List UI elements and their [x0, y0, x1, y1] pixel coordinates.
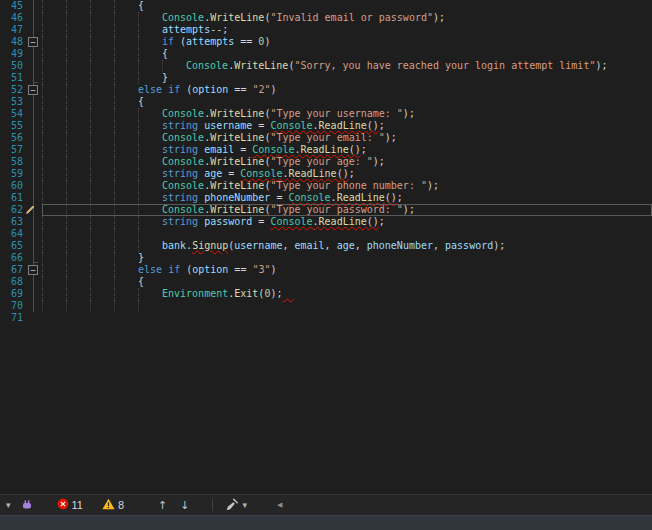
- code-line[interactable]: 61string phoneNumber = Console.ReadLine(…: [0, 192, 652, 204]
- code-line-content[interactable]: string age = Console.ReadLine();: [42, 168, 652, 180]
- code-line-content[interactable]: Console.WriteLine("Type your username: "…: [42, 108, 652, 120]
- line-number[interactable]: 70: [0, 300, 26, 312]
- line-number[interactable]: 59: [0, 168, 26, 180]
- line-number[interactable]: 57: [0, 144, 26, 156]
- line-number[interactable]: 61: [0, 192, 26, 204]
- code-line-content[interactable]: string username = Console.ReadLine();: [42, 120, 652, 132]
- line-number[interactable]: 65: [0, 240, 26, 252]
- code-line[interactable]: 48−if (attempts == 0): [0, 36, 652, 48]
- line-number[interactable]: 64: [0, 228, 26, 240]
- line-number[interactable]: 62: [0, 204, 26, 216]
- code-token: Exit: [234, 288, 258, 300]
- code-line[interactable]: 55string username = Console.ReadLine();: [0, 120, 652, 132]
- line-number[interactable]: 68: [0, 276, 26, 288]
- chevron-down-icon[interactable]: ▾: [6, 500, 11, 510]
- fold-collapse-button[interactable]: −: [28, 265, 38, 275]
- code-line[interactable]: 46Console.WriteLine("Invalid email or pa…: [0, 12, 652, 24]
- line-number[interactable]: 52: [0, 84, 26, 96]
- code-line[interactable]: 59string age = Console.ReadLine();: [0, 168, 652, 180]
- line-number[interactable]: 45: [0, 0, 26, 12]
- code-line-content[interactable]: string email = Console.ReadLine();: [42, 144, 652, 156]
- code-line-content[interactable]: Console.WriteLine("Type your email: ");: [42, 132, 652, 144]
- line-number[interactable]: 60: [0, 180, 26, 192]
- code-line-content[interactable]: [42, 228, 652, 240]
- code-line[interactable]: 51}: [0, 72, 652, 84]
- code-line-content[interactable]: {: [42, 48, 652, 60]
- chevron-down-icon[interactable]: ▾: [243, 500, 248, 510]
- code-line-content[interactable]: else if (option == "3"): [42, 264, 652, 276]
- code-line[interactable]: 49{: [0, 48, 652, 60]
- code-line-content[interactable]: Console.WriteLine("Type your password: "…: [42, 204, 652, 216]
- code-line-content[interactable]: bank.Signup(username, email, age, phoneN…: [42, 240, 652, 252]
- warnings-button[interactable]: 8: [102, 496, 124, 514]
- code-line-content[interactable]: Environment.Exit(0);: [42, 288, 652, 300]
- line-number[interactable]: 48: [0, 36, 26, 48]
- fold-collapse-button[interactable]: −: [28, 37, 38, 47]
- line-number[interactable]: 63: [0, 216, 26, 228]
- code-line-content[interactable]: [42, 300, 652, 312]
- line-number[interactable]: 50: [0, 60, 26, 72]
- code-cleanup-broom-icon[interactable]: [225, 498, 239, 512]
- code-line[interactable]: 62Console.WriteLine("Type your password:…: [0, 204, 652, 216]
- errors-button[interactable]: 11: [57, 496, 83, 514]
- line-number[interactable]: 67: [0, 264, 26, 276]
- code-token: ==: [228, 84, 252, 96]
- code-token: option: [192, 264, 228, 276]
- code-token: "Sorry, you have reached your login atte…: [294, 60, 595, 72]
- code-line[interactable]: 45{: [0, 0, 652, 12]
- code-token: ==: [228, 264, 252, 276]
- code-line[interactable]: 53{: [0, 96, 652, 108]
- line-number[interactable]: 55: [0, 120, 26, 132]
- code-line-content[interactable]: }: [42, 252, 652, 264]
- code-line-content[interactable]: {: [42, 276, 652, 288]
- code-line-content[interactable]: string phoneNumber = Console.ReadLine();: [42, 192, 652, 204]
- code-line[interactable]: 52−else if (option == "2"): [0, 84, 652, 96]
- code-line[interactable]: 56Console.WriteLine("Type your email: ")…: [0, 132, 652, 144]
- code-token: (): [385, 192, 397, 204]
- code-line-content[interactable]: else if (option == "2"): [42, 84, 652, 96]
- code-line-content[interactable]: }: [42, 72, 652, 84]
- code-line-content[interactable]: Console.WriteLine("Sorry, you have reach…: [42, 60, 652, 72]
- line-number[interactable]: 54: [0, 108, 26, 120]
- line-number[interactable]: 56: [0, 132, 26, 144]
- code-line[interactable]: 70: [0, 300, 652, 312]
- code-line[interactable]: 69Environment.Exit(0);: [0, 288, 652, 300]
- code-line[interactable]: 66}: [0, 252, 652, 264]
- line-number[interactable]: 53: [0, 96, 26, 108]
- code-line[interactable]: 71: [0, 312, 652, 324]
- scrollbar-left-arrow[interactable]: ◀: [277, 501, 282, 509]
- code-line-content[interactable]: Console.WriteLine("Type your phone numbe…: [42, 180, 652, 192]
- fold-collapse-button[interactable]: −: [28, 85, 38, 95]
- line-number[interactable]: 69: [0, 288, 26, 300]
- code-line-content[interactable]: [42, 312, 652, 324]
- code-line-content[interactable]: attempts--;: [42, 24, 652, 36]
- code-line[interactable]: 65bank.Signup(username, email, age, phon…: [0, 240, 652, 252]
- line-number[interactable]: 46: [0, 12, 26, 24]
- line-number[interactable]: 47: [0, 24, 26, 36]
- plug-icon[interactable]: [21, 499, 33, 511]
- code-line-content[interactable]: if (attempts == 0): [42, 36, 652, 48]
- code-line-content[interactable]: {: [42, 0, 652, 12]
- previous-issue-button[interactable]: ↑: [158, 499, 167, 512]
- next-issue-button[interactable]: ↓: [180, 499, 189, 512]
- line-number[interactable]: 51: [0, 72, 26, 84]
- code-line[interactable]: 54Console.WriteLine("Type your username:…: [0, 108, 652, 120]
- line-number[interactable]: 49: [0, 48, 26, 60]
- code-line[interactable]: 68{: [0, 276, 652, 288]
- code-line[interactable]: 47attempts--;: [0, 24, 652, 36]
- line-number[interactable]: 58: [0, 156, 26, 168]
- line-number[interactable]: 71: [0, 312, 26, 324]
- code-line[interactable]: 60Console.WriteLine("Type your phone num…: [0, 180, 652, 192]
- code-line[interactable]: 58Console.WriteLine("Type your age: ");: [0, 156, 652, 168]
- code-line[interactable]: 67−else if (option == "3"): [0, 264, 652, 276]
- line-number[interactable]: 66: [0, 252, 26, 264]
- code-token: "Type your username: ": [270, 108, 402, 120]
- code-line-content[interactable]: {: [42, 96, 652, 108]
- code-line-content[interactable]: Console.WriteLine("Type your age: ");: [42, 156, 652, 168]
- code-line-content[interactable]: string password = Console.ReadLine();: [42, 216, 652, 228]
- code-line[interactable]: 63string password = Console.ReadLine();: [0, 216, 652, 228]
- code-line[interactable]: 50Console.WriteLine("Sorry, you have rea…: [0, 60, 652, 72]
- code-line[interactable]: 57string email = Console.ReadLine();: [0, 144, 652, 156]
- code-line[interactable]: 64: [0, 228, 652, 240]
- code-line-content[interactable]: Console.WriteLine("Invalid email or pass…: [42, 12, 652, 24]
